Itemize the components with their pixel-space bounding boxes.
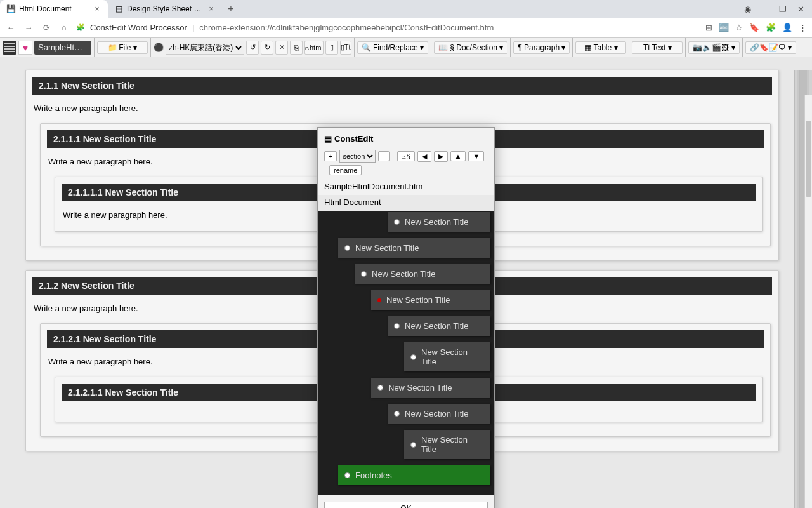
radio-icon <box>344 472 350 478</box>
star-icon[interactable]: ☆ <box>735 23 743 32</box>
tree-node-label: New Section Title <box>388 383 452 392</box>
document-name: SampleHtmlDocu… <box>34 41 91 55</box>
dialog-filename: SampleHtmlDocument.htm <box>318 180 494 195</box>
translate-icon[interactable]: 🔤 <box>719 23 729 32</box>
tab-design-style-sheet[interactable]: ▤ Design Style Sheet For Ht… × <box>108 0 222 18</box>
forward-icon[interactable]: → <box>23 23 34 32</box>
undo-button[interactable]: ↺ <box>246 41 259 55</box>
record-icon[interactable]: ⚫ <box>154 43 164 52</box>
close-icon[interactable]: × <box>93 4 102 13</box>
tt-button[interactable]: ▯Tt <box>340 41 351 55</box>
tree-node-label: New Section Title <box>372 269 435 279</box>
close-icon[interactable]: × <box>207 4 216 13</box>
radio-icon <box>344 245 350 251</box>
outline-tree[interactable]: New Section TitleNew Section TitleNew Se… <box>318 211 494 495</box>
heart-icon[interactable]: ♥ <box>18 41 32 55</box>
tree-node-label: New Section Title <box>355 243 419 253</box>
radio-icon <box>394 411 400 417</box>
paragraph[interactable]: Write a new paragraph here. <box>31 101 773 119</box>
tree-node-footnotes[interactable]: Footnotes <box>338 465 490 485</box>
radio-icon <box>410 442 416 448</box>
tab-strip: 💾 Html Document × ▤ Design Style Sheet F… <box>0 0 812 18</box>
tab-html-document[interactable]: 💾 Html Document × <box>0 0 108 18</box>
table-menu[interactable]: ▦ Table ▾ <box>575 41 626 54</box>
tree-node-label: New Section Title <box>421 347 484 366</box>
paste-button[interactable]: ⎘ <box>290 41 303 55</box>
extensions-icon[interactable]: 🧩 <box>766 23 776 32</box>
up-button[interactable]: ▲ <box>450 151 466 161</box>
dialog-controls: + section - ⏢§ ◀ ▶ ▲ ▼ rename <box>318 147 494 180</box>
doc-group: ♥ SampleHtmlDocu… <box>0 38 95 57</box>
maximize-icon[interactable]: ❐ <box>778 4 788 14</box>
scrollbar[interactable] <box>804 95 812 508</box>
prev-button[interactable]: ◀ <box>417 151 431 162</box>
minimize-icon[interactable]: — <box>760 4 770 14</box>
outline-dialog: ▤ ConstEdit + section - ⏢§ ◀ ▶ ▲ ▼ renam… <box>317 127 495 508</box>
url-field[interactable]: 🧩 ConstEdit Word Processor | chrome-exte… <box>76 23 699 32</box>
tree-node[interactable]: New Section Title <box>371 290 490 310</box>
paragraph-menu[interactable]: ¶ Paragraph ▾ <box>513 41 570 54</box>
tree-node[interactable]: New Section Title <box>371 378 490 398</box>
cut-button[interactable]: ⨯ <box>275 41 288 55</box>
profile-icon[interactable]: 👤 <box>782 23 792 32</box>
tree-node[interactable]: New Section Title <box>338 238 490 258</box>
new-tab-button[interactable]: + <box>222 0 240 18</box>
home-icon[interactable]: ⌂ <box>58 23 70 32</box>
address-right-icons: ⊞ 🔤 ☆ 🔖 🧩 👤 ⋮ <box>705 23 807 32</box>
find-menu[interactable]: 🔍 Find/Replace ▾ <box>357 41 428 54</box>
address-bar: ← → ⟳ ⌂ 🧩 ConstEdit Word Processor | chr… <box>0 18 812 38</box>
bookmark-icon[interactable]: 🔖 <box>749 23 759 32</box>
tree-node-label: New Section Title <box>405 409 468 418</box>
window-controls: ◉ — ❐ ✕ <box>736 4 812 14</box>
ok-button[interactable]: OK <box>324 502 488 508</box>
doc-section-menu[interactable]: 📖 § Doc/Section ▾ <box>434 41 508 54</box>
hamburger-icon[interactable] <box>3 41 16 55</box>
tab-title: Design Style Sheet For Ht… <box>127 4 203 13</box>
tree-node-label: New Section Title <box>386 295 450 305</box>
page-button[interactable]: ▯ <box>325 41 338 55</box>
tree-node[interactable]: New Section Title <box>404 342 490 371</box>
tree-node-label: New Section Title <box>405 217 468 227</box>
media-menu[interactable]: 📷🔈🎬🖼 ▾ <box>688 41 739 54</box>
tree-node-label: New Section Title <box>421 435 484 454</box>
install-icon[interactable]: ⊞ <box>705 23 712 32</box>
tree-node[interactable]: New Section Title <box>355 264 490 284</box>
dialog-doc-title: Html Document <box>318 195 494 211</box>
reload-icon[interactable]: ⟳ <box>41 23 52 32</box>
tree-node[interactable]: New Section Title <box>388 212 490 232</box>
tree-node-label: Footnotes <box>355 471 392 480</box>
rename-button[interactable]: rename <box>329 165 362 175</box>
app-toolbar: ♥ SampleHtmlDocu… 📁 File ▾ ⚫ zh-HK廣東話(香港… <box>0 38 812 57</box>
radio-icon <box>394 219 400 225</box>
type-select[interactable]: section <box>339 150 376 163</box>
doc-icon: ▤ <box>114 4 123 13</box>
file-menu[interactable]: 📁 File ▾ <box>97 41 148 54</box>
special-button[interactable]: ⏢§ <box>397 151 414 161</box>
radio-icon <box>361 271 367 277</box>
tree-node[interactable]: New Section Title <box>388 404 490 424</box>
tree-node[interactable]: New Section Title <box>388 316 490 336</box>
next-button[interactable]: ▶ <box>434 151 448 162</box>
pause-icon[interactable]: ◉ <box>742 4 752 14</box>
back-icon[interactable]: ← <box>5 23 16 32</box>
tab-title: Html Document <box>19 4 89 13</box>
radio-icon <box>377 298 381 302</box>
url-text: chrome-extension://cdlnikfahenjglmgcocop… <box>199 23 494 32</box>
html-button[interactable]: ⏢html <box>304 41 324 55</box>
add-button[interactable]: + <box>324 151 337 161</box>
menu-icon[interactable]: ⋮ <box>799 23 807 32</box>
redo-button[interactable]: ↻ <box>261 41 273 55</box>
link-menu[interactable]: 🔗🔖📝🗨 ▾ <box>745 41 796 54</box>
section-heading: 2.1.1 New Section Title <box>32 77 772 95</box>
down-button[interactable]: ▼ <box>468 151 484 161</box>
remove-button[interactable]: - <box>378 151 390 161</box>
radio-icon <box>410 354 416 360</box>
text-menu[interactable]: Tt Text ▾ <box>632 41 683 54</box>
language-select[interactable]: zh-HK廣東話(香港) <box>166 41 244 55</box>
close-window-icon[interactable]: ✕ <box>796 4 806 14</box>
dialog-title: ▤ ConstEdit <box>318 128 494 147</box>
tree-node[interactable]: New Section Title <box>404 430 490 459</box>
tree-node-label: New Section Title <box>405 321 468 331</box>
save-icon: 💾 <box>6 4 15 13</box>
radio-icon <box>394 323 400 329</box>
